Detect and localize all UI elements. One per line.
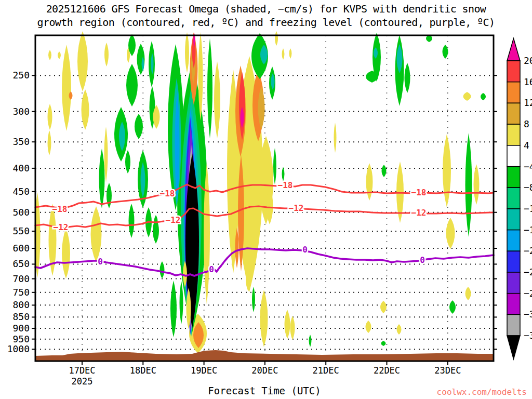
x-axis-title: Forecast Time (UTC) [35,385,494,396]
colorbar-tick-label: −32 [524,309,532,320]
svg-text:300: 300 [12,106,30,117]
watermark-text: coolwx.com/modelts [437,387,527,397]
svg-text:21DEC: 21DEC [313,365,339,376]
contour-label: −12 [166,215,181,225]
contour-label: −18 [278,180,293,190]
cross-section-svg: −18−18−18−18−12−12−12−120000250300350400… [0,0,532,399]
svg-text:600: 600 [12,243,30,254]
colorbar-tick-label: 20 [524,55,532,66]
gfs-cross-section-app: 2025121606 GFS Forecast Omega (shaded, −… [0,0,532,399]
x-axis-labels: 17DEC18DEC19DEC20DEC21DEC22DEC23DEC2025 [69,365,461,387]
svg-text:250: 250 [12,70,30,81]
svg-text:500: 500 [12,207,30,218]
colorbar-tick-label: −12 [524,203,532,214]
colorbar-tick-label: 12 [524,97,532,108]
contour-label: −12 [54,222,69,232]
contour-label: −18 [160,189,175,198]
colorbar-bottom-arrow [507,336,520,359]
svg-text:750: 750 [12,287,30,298]
colorbar: 20161284−4−8−12−16−20−24−28−32−36 [507,38,532,359]
svg-text:18DEC: 18DEC [130,365,156,376]
colorbar-tick-label: 8 [524,118,529,129]
svg-text:800: 800 [12,299,30,310]
svg-text:900: 900 [12,323,30,334]
colorbar-tick-label: −16 [524,224,532,235]
colorbar-tick-label: −20 [524,245,532,256]
colorbar-tick-label: −24 [524,267,532,277]
svg-text:550: 550 [12,225,30,236]
contour-label: −12 [289,203,304,213]
contour-label: 0 [420,255,425,265]
svg-text:350: 350 [12,136,30,147]
svg-text:650: 650 [12,258,30,269]
contour-label: 0 [302,245,308,255]
svg-text:1000: 1000 [7,343,30,354]
svg-text:950: 950 [12,334,30,344]
y-axis-labels: 2503003504004505005506006507007508008509… [7,70,30,354]
svg-text:850: 850 [12,311,30,322]
svg-text:19DEC: 19DEC [191,365,217,376]
svg-text:20DEC: 20DEC [251,365,278,376]
colorbar-tick-label: 4 [524,140,529,151]
svg-text:700: 700 [12,273,30,284]
svg-text:23DEC: 23DEC [434,365,461,376]
contour-label: −12 [411,208,427,218]
svg-text:450: 450 [12,186,30,197]
contour-label: −18 [52,204,68,214]
colorbar-tick-label: −36 [524,330,532,341]
contour-label: 0 [98,257,103,267]
svg-text:22DEC: 22DEC [374,365,400,376]
colorbar-tick-label: −8 [524,182,532,193]
svg-text:17DEC: 17DEC [69,365,95,376]
cross-section-plot: −18−18−18−18−12−12−12−120000250300350400… [0,0,532,399]
colorbar-top-arrow [507,38,520,61]
colorbar-tick-label: −4 [524,161,532,172]
colorbar-tick-label: 16 [524,76,532,87]
colorbar-tick-label: −28 [524,288,532,299]
svg-text:400: 400 [12,163,30,174]
contour-label: 0 [209,264,214,274]
contour-label: −18 [411,188,427,197]
